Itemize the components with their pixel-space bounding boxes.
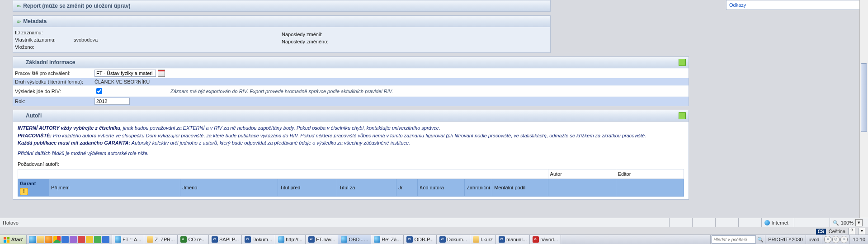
ql-app-icon[interactable] (94, 236, 101, 243)
col-prijmeni[interactable]: Příjmení (49, 179, 180, 197)
task-app-icon (245, 236, 251, 243)
lang-help-icon[interactable]: ? (848, 228, 855, 235)
taskbar-task[interactable]: OBD - ... (338, 235, 371, 244)
start-button[interactable]: Start (0, 235, 27, 244)
col-titul-za[interactable]: Titul za (337, 179, 396, 197)
basic-workplace-input[interactable] (94, 70, 156, 77)
col-mental[interactable]: Mentální podíl (492, 179, 548, 197)
taskbar-task[interactable]: FT :: A... (112, 235, 144, 244)
warning-icon: ! (20, 188, 28, 195)
taskbar-task[interactable]: http://... (275, 235, 306, 244)
status-zone-internet: Internet (761, 218, 791, 227)
task-label: http://... (286, 237, 302, 242)
authors-required-label: Požadovaní autoři: (18, 160, 684, 168)
ql-app-icon[interactable] (102, 236, 109, 243)
lang-options-icon[interactable]: ▾ (858, 228, 865, 235)
col-jmeno[interactable]: Jméno (180, 179, 278, 197)
globe-icon (764, 220, 770, 225)
status-zoom: 🔍 100% ▾ (830, 218, 865, 227)
taskbar-task[interactable]: CO re... (178, 235, 209, 244)
pin-icon[interactable] (679, 112, 686, 119)
taskbar-text-1[interactable]: PRIORITY2030 (765, 235, 805, 244)
taskbar-tasks: FT :: A...Z_ZPR...CO re...SAPLP...Dokum.… (112, 235, 710, 244)
ql-app-icon[interactable] (70, 236, 77, 243)
lang-name: Čeština (829, 229, 845, 234)
panel-metadata: »» Metadata ID záznamu: Vlastník záznamu… (13, 15, 551, 53)
task-app-icon (473, 236, 479, 243)
ql-firefox-icon[interactable] (45, 236, 52, 243)
basic-form-label: Druh výsledku (literární forma): (13, 78, 93, 85)
picker-icon[interactable] (158, 70, 165, 77)
taskbar-task[interactable]: návod... (530, 235, 561, 244)
col-kod[interactable]: Kód autora (418, 179, 465, 197)
task-app-icon (147, 236, 153, 243)
meta-id-label: ID záznamu: (15, 30, 74, 35)
basic-riv-label: Výsledek jde do RIV: (13, 88, 93, 95)
col-garant[interactable]: Garant ! (18, 179, 49, 197)
basic-riv-checkbox[interactable] (96, 88, 102, 94)
panel-authors-header[interactable]: Autoři (13, 110, 689, 122)
chevron-tray-icon: ⊙ (832, 236, 840, 243)
col-jr[interactable]: Jr (396, 179, 418, 197)
ql-app-icon[interactable] (78, 236, 85, 243)
pin-icon[interactable] (679, 59, 686, 66)
taskbar-task[interactable]: Re: Zá... (371, 235, 404, 244)
taskbar-text-2[interactable]: uvod (806, 235, 822, 244)
panel-basic-title: Základní informace (17, 59, 75, 66)
panel-authors: Autoři INTERNÍ AUTORY vždy vybírejte z č… (13, 110, 689, 200)
zoom-dropdown[interactable]: ▾ (855, 219, 863, 226)
link-odkazy[interactable]: Odkazy (729, 2, 746, 8)
task-label: návod... (540, 237, 558, 242)
taskbar-task[interactable]: Dokum... (242, 235, 275, 244)
col-zahr[interactable]: Zahraniční (465, 179, 492, 197)
col-titul-pred[interactable]: Titul před (278, 179, 337, 197)
lang-code[interactable]: CS (816, 229, 826, 235)
ql-app-icon[interactable] (86, 236, 93, 243)
sup-editor: Editor (616, 169, 684, 179)
taskbar-task[interactable]: ODB-P... (404, 235, 437, 244)
zoom-icon: 🔍 (833, 220, 839, 226)
expand-icon: »» (17, 19, 19, 24)
task-label: SAPLP... (219, 237, 239, 242)
ql-ie-icon[interactable] (29, 236, 36, 243)
taskbar-task[interactable]: FT-náv... (306, 235, 339, 244)
panel-metadata-body: ID záznamu: Vlastník záznamu:svobodova V… (13, 27, 551, 53)
taskbar-task[interactable]: SAPLP... (209, 235, 242, 244)
panel-report: »» Report (může se změnit po uložení úpr… (13, 0, 551, 12)
panel-basic: Základní informace Pracoviště pro schvál… (13, 56, 689, 106)
taskbar-task[interactable]: manual... (496, 235, 530, 244)
taskbar-search-input[interactable] (712, 235, 756, 244)
ql-chrome-icon[interactable] (53, 236, 61, 243)
authors-instructions: INTERNÍ AUTORY vždy vybírejte z číselník… (13, 122, 689, 200)
panel-metadata-header[interactable]: »» Metadata (13, 15, 551, 27)
authors-table: Autor Editor Garant ! Příjmení Jméno Tit… (18, 169, 684, 197)
taskbar-clock[interactable]: 10:10 (849, 235, 868, 244)
task-app-icon (374, 236, 380, 243)
col-editor-empty (616, 179, 684, 197)
windows-logo-icon (4, 237, 9, 243)
scrollbar-thumb[interactable] (861, 63, 867, 132)
task-label: Z_ZPR... (155, 237, 175, 242)
panel-report-header[interactable]: »» Report (může se změnit po uložení úpr… (13, 0, 551, 12)
task-label: FT-náv... (316, 237, 335, 242)
search-icon[interactable]: 🔍 (757, 236, 764, 243)
task-label: Dokum... (447, 237, 467, 242)
ql-app-icon[interactable] (61, 236, 69, 243)
taskbar-task[interactable]: Z_ZPR... (144, 235, 178, 244)
vertical-scrollbar[interactable] (859, 0, 868, 235)
task-label: Dokum... (252, 237, 272, 242)
basic-form-value: ČLÁNEK VE SBORNÍKU (93, 78, 689, 85)
task-app-icon (180, 236, 187, 243)
taskbar-task[interactable]: I.kurz (470, 235, 496, 244)
panel-basic-header[interactable]: Základní informace (13, 56, 689, 68)
quick-launch (27, 235, 112, 244)
taskbar-task[interactable]: Dokum... (437, 235, 470, 244)
basic-riv-note: Záznam má být exportován do RIV. Export … (170, 89, 393, 94)
chevron-right-icon: » (840, 236, 848, 243)
tray-expand[interactable]: « ⊙ » (822, 235, 849, 244)
panel-report-title: Report (může se změnit po uložení úprav) (20, 3, 130, 9)
basic-year-input[interactable] (94, 98, 130, 105)
ql-explorer-icon[interactable] (37, 236, 44, 243)
taskbar-search: 🔍 (710, 235, 765, 244)
task-label: OBD - ... (349, 237, 368, 242)
